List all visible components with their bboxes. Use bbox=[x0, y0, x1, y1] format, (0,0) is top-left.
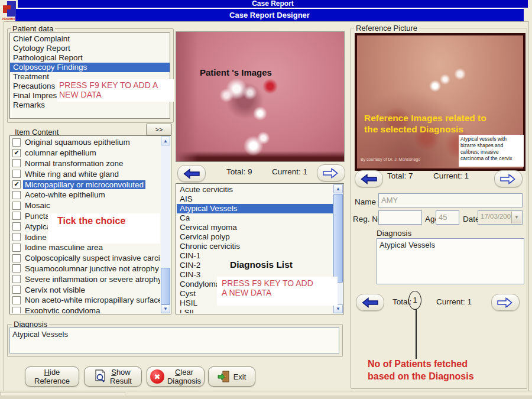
list-item[interactable]: LSIL bbox=[177, 308, 333, 313]
checkbox-unchecked-icon[interactable] bbox=[12, 191, 21, 199]
next-fetched-patient-button[interactable] bbox=[491, 294, 520, 311]
checkbox-unchecked-icon[interactable] bbox=[12, 170, 21, 178]
hide-reference-button[interactable]: HideReference bbox=[25, 366, 79, 387]
name-label: Name bbox=[355, 197, 376, 206]
checkbox-list-item[interactable]: ✔Micropapillary or microconvoluted bbox=[11, 179, 160, 190]
outer-window-titlebar: Case Report bbox=[18, 0, 528, 8]
checkbox-list-item[interactable]: White ring and white gland bbox=[11, 168, 160, 179]
press-f9-note-diagnosis: PRESS F9 KEY TO ADD A NEW DATA bbox=[217, 277, 338, 306]
scrollbar-thumb[interactable] bbox=[161, 268, 170, 304]
scroll-up-icon[interactable]: ▲ bbox=[161, 137, 170, 145]
prev-patient-image-button[interactable] bbox=[177, 165, 206, 182]
checkbox-list-item[interactable]: Exophytic condyloma bbox=[11, 306, 160, 313]
checkbox-unchecked-icon[interactable] bbox=[12, 275, 21, 283]
prev-fetched-patient-button[interactable] bbox=[356, 294, 384, 311]
fetched-total-circle-annotation: 1 bbox=[408, 291, 421, 310]
checkbox-list-item[interactable]: Severe inflammation or severe atrophy bbox=[11, 274, 160, 284]
promis-logo-icon: PROMIS bbox=[2, 1, 17, 21]
list-item[interactable]: Acute cervicitis bbox=[177, 185, 333, 194]
fetched-current: Current: 1 bbox=[436, 297, 472, 306]
date-combo[interactable]: 17/03/2009 ▼ bbox=[478, 210, 523, 225]
checkbox-unchecked-icon[interactable] bbox=[12, 296, 21, 304]
checkbox-label: Exophytic condyloma bbox=[23, 306, 102, 313]
arrow-right-icon bbox=[323, 168, 339, 179]
page-title: Case Report Designer bbox=[15, 9, 524, 21]
checkbox-list-item[interactable]: Colposcopically suspect invasive carcin bbox=[11, 253, 160, 264]
patient-diagnosis-field[interactable]: Atypical Vessels bbox=[377, 238, 524, 284]
next-patient-image-button[interactable] bbox=[317, 164, 345, 181]
checkbox-list-item[interactable]: Iodine masculine area bbox=[11, 242, 160, 253]
list-item[interactable]: Colposcopy Findings bbox=[10, 63, 170, 72]
checkbox-list-item[interactable]: ✔columnar epithelium bbox=[11, 148, 160, 158]
inner-window-titlebar: Case Report Designer bbox=[15, 8, 524, 22]
checkbox-unchecked-icon[interactable] bbox=[12, 212, 21, 220]
checkbox-unchecked-icon[interactable] bbox=[12, 159, 21, 167]
exit-button[interactable]: Exit bbox=[208, 366, 255, 387]
checkbox-label: Normal transformation zone bbox=[23, 159, 125, 168]
reference-group-label: Reference Picture bbox=[354, 24, 419, 33]
scrollbar-thumb[interactable] bbox=[333, 194, 343, 283]
checkbox-unchecked-icon[interactable] bbox=[12, 286, 21, 294]
list-item[interactable]: Chief Complaint bbox=[10, 34, 170, 44]
checkbox-label: Severe inflammation or severe atrophy bbox=[23, 275, 160, 284]
search-document-icon bbox=[94, 369, 107, 384]
list-item[interactable]: Ca bbox=[177, 213, 333, 223]
item-content-scrollbar[interactable]: ▲ ▼ bbox=[161, 137, 170, 313]
regno-field[interactable] bbox=[378, 210, 422, 225]
checkbox-unchecked-icon[interactable] bbox=[12, 202, 21, 210]
expand-button[interactable]: >> bbox=[146, 124, 172, 135]
list-item[interactable]: Cervical polyp bbox=[177, 232, 333, 242]
checkbox-list-item[interactable]: Non aceto-white micropapillary surface bbox=[11, 295, 160, 306]
diagnosis-summary-field[interactable]: Atypical Vessels bbox=[9, 327, 339, 353]
list-item[interactable]: Cervical myoma bbox=[177, 223, 333, 232]
checkbox-unchecked-icon[interactable] bbox=[12, 264, 21, 273]
checkbox-list-item[interactable]: Normal transformation zone bbox=[11, 158, 160, 169]
checkbox-list-item[interactable]: Original squamous epithelium bbox=[11, 137, 160, 148]
reference-image: Reference Images related to the selected… bbox=[355, 33, 525, 171]
logo-text: PROMIS bbox=[2, 17, 16, 21]
list-item[interactable]: Chronic cervicitis bbox=[177, 242, 333, 251]
scroll-down-icon[interactable]: ▼ bbox=[333, 304, 343, 313]
age-field[interactable]: 45 bbox=[436, 210, 459, 225]
next-reference-button[interactable] bbox=[494, 170, 523, 187]
patient-data-list[interactable]: Chief ComplaintCytology ReportPathologic… bbox=[9, 33, 170, 119]
diagnosis-list-annotation: Diagnosis List bbox=[230, 259, 293, 270]
checkbox-list-item[interactable]: Squamocolumnar junctive not atrophy bbox=[11, 264, 160, 274]
clear-diagnosis-button[interactable]: ✖ ClearDiagnosis bbox=[147, 366, 205, 387]
checkbox-list-item[interactable]: Cervix not visible bbox=[11, 284, 160, 295]
chevron-down-icon[interactable]: ▼ bbox=[511, 212, 521, 223]
list-item[interactable]: Cytology Report bbox=[10, 44, 170, 53]
tick-choice-text: Tick the choice bbox=[57, 216, 125, 226]
list-item[interactable]: Remarks bbox=[10, 100, 170, 110]
checkbox-label: Cervix not visible bbox=[23, 286, 87, 294]
patient-image-total: Total: 9 bbox=[226, 167, 252, 176]
checkbox-checked-icon[interactable]: ✔ bbox=[12, 180, 21, 189]
exit-door-icon bbox=[218, 370, 231, 383]
checkbox-unchecked-icon[interactable] bbox=[12, 233, 21, 241]
checkbox-label: Colposcopically suspect invasive carcin bbox=[23, 254, 160, 262]
checkbox-unchecked-icon[interactable] bbox=[12, 307, 21, 313]
checkbox-list-item[interactable]: Aceto-white epithelium bbox=[11, 190, 160, 200]
show-result-button[interactable]: ShowResult bbox=[84, 366, 142, 387]
patient-data-group-label: Patient data bbox=[11, 24, 55, 33]
checkbox-list-item[interactable]: Mosaic bbox=[11, 200, 160, 211]
scroll-down-icon[interactable]: ▼ bbox=[161, 304, 170, 313]
arrow-left-icon bbox=[183, 168, 200, 179]
list-item[interactable]: Pathological Report bbox=[10, 53, 170, 63]
checkbox-unchecked-icon[interactable] bbox=[12, 244, 21, 252]
checkbox-checked-icon[interactable]: ✔ bbox=[12, 149, 21, 157]
checkbox-unchecked-icon[interactable] bbox=[12, 254, 21, 262]
bottom-strip-outer bbox=[0, 395, 532, 399]
reference-total: Total: 7 bbox=[387, 171, 413, 180]
reference-current: Current: 1 bbox=[433, 171, 469, 180]
name-field[interactable]: AMY bbox=[378, 193, 523, 207]
list-item[interactable]: Atypical Vessels bbox=[177, 204, 333, 213]
arrow-left-icon bbox=[361, 174, 377, 184]
patient-image: Patient 's Images bbox=[176, 31, 345, 162]
scroll-up-icon[interactable]: ▲ bbox=[333, 184, 343, 193]
checkbox-unchecked-icon[interactable] bbox=[12, 222, 21, 231]
prev-reference-button[interactable] bbox=[355, 170, 383, 187]
list-item[interactable]: AIS bbox=[177, 194, 333, 204]
checkbox-unchecked-icon[interactable] bbox=[12, 138, 21, 147]
annotation-pointer-line bbox=[416, 309, 417, 359]
